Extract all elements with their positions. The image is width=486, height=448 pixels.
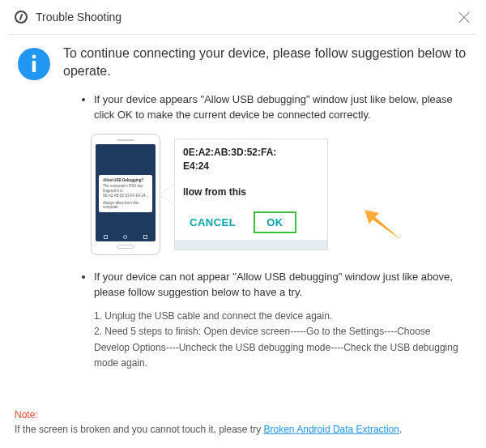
phone-dialog-title: Allow USB Debugging? <box>103 178 148 182</box>
illustration: Allow USB Debugging? The computer's RSA … <box>91 134 468 255</box>
close-icon[interactable] <box>457 10 471 24</box>
steps: 1. Unplug the USB cable and connect the … <box>94 309 468 371</box>
header-row: To continue connecting your device, plea… <box>18 45 468 81</box>
svg-rect-1 <box>32 61 36 72</box>
titlebar: Trouble Shooting <box>0 0 486 34</box>
zoom-line3: llow from this <box>183 186 246 198</box>
arrow-icon <box>361 208 402 241</box>
list-item: If your device appears "Allow USB debugg… <box>94 92 468 256</box>
step2: 2. Need 5 steps to finish: Open device s… <box>94 324 468 371</box>
phone-dialog-body: The computer's RSA key fingerprint is: 0… <box>103 184 148 198</box>
broken-android-link[interactable]: Broken Android Data Extraction <box>264 424 399 435</box>
list-item: If your device can not appear "Allow USB… <box>94 270 468 370</box>
zoom-line2: E4:24 <box>183 160 276 173</box>
footer-text: If the screen is broken and you cannot t… <box>15 424 264 435</box>
zoom-cancel-button: CANCEL <box>190 216 236 228</box>
titlebar-left: Trouble Shooting <box>15 11 122 23</box>
phone-dialog-check: Always allow from this computer <box>103 201 148 209</box>
phone-dialog: Allow USB Debugging? The computer's RSA … <box>99 175 152 212</box>
info-icon <box>18 48 50 80</box>
phone-mockup: Allow USB Debugging? The computer's RSA … <box>91 134 160 255</box>
footer-note: Note: <box>15 409 38 420</box>
footer: Note: If the screen is broken and you ca… <box>15 407 471 437</box>
callout-pointer-icon <box>160 185 174 204</box>
intro-text: To continue connecting your device, plea… <box>63 45 468 81</box>
zoom-ok-button: OK <box>254 211 296 233</box>
window-title: Trouble Shooting <box>36 11 122 23</box>
step1: 1. Unplug the USB cable and connect the … <box>94 309 468 324</box>
svg-point-0 <box>32 55 36 59</box>
bullet1-text: If your device appears "Allow USB debugg… <box>94 92 468 123</box>
bullet2-text: If your device can not appear "Allow USB… <box>94 270 468 301</box>
footer-dot: . <box>399 424 402 435</box>
svg-marker-2 <box>364 210 400 239</box>
bullet-list: If your device appears "Allow USB debugg… <box>94 92 468 371</box>
zoom-panel: 0E:A2:AB:3D:52:FA: E4:24 llow from this … <box>174 139 328 250</box>
app-icon <box>15 11 28 23</box>
content: To continue connecting your device, plea… <box>0 35 486 371</box>
zoom-line1: 0E:A2:AB:3D:52:FA: <box>183 146 276 160</box>
